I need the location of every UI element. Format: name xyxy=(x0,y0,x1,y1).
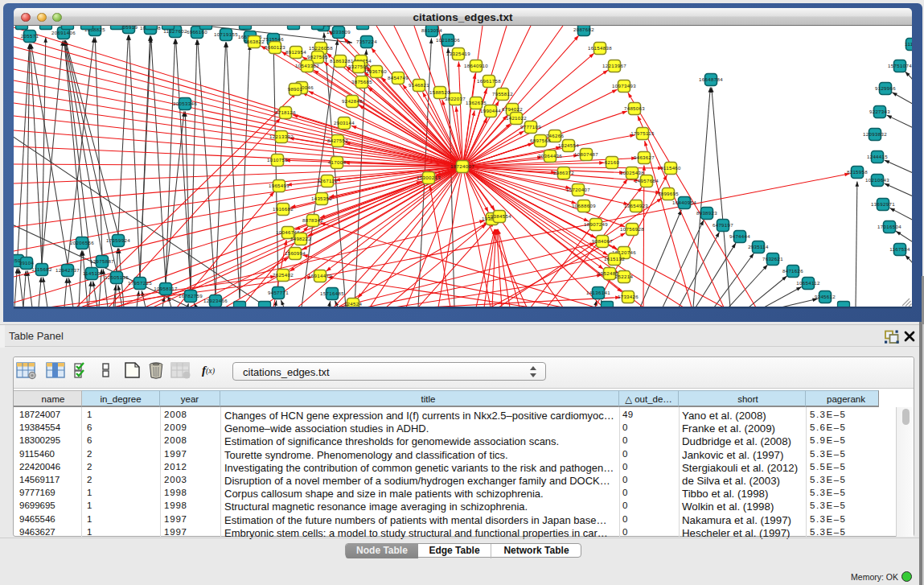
svg-text:98901: 98901 xyxy=(288,86,303,92)
svg-text:13325419: 13325419 xyxy=(446,51,470,56)
svg-text:10654112: 10654112 xyxy=(796,280,820,286)
svg-text:9457771: 9457771 xyxy=(268,290,289,295)
svg-text:15751074: 15751074 xyxy=(888,63,912,68)
svg-text:14136141: 14136141 xyxy=(586,290,610,295)
svg-text:2986372: 2986372 xyxy=(553,170,574,175)
svg-text:1916682: 1916682 xyxy=(273,206,294,212)
svg-text:10210643: 10210643 xyxy=(865,177,889,183)
svg-text:1244415: 1244415 xyxy=(867,154,888,159)
svg-text:20206556: 20206556 xyxy=(70,240,94,245)
svg-text:9474444: 9474444 xyxy=(729,233,750,239)
svg-text:15720407: 15720407 xyxy=(566,187,590,192)
svg-text:1362635: 1362635 xyxy=(466,100,487,105)
svg-text:18907249: 18907249 xyxy=(584,221,608,227)
svg-text:9129966: 9129966 xyxy=(875,85,896,91)
svg-text:8912954: 8912954 xyxy=(285,49,306,55)
svg-text:17016504: 17016504 xyxy=(877,224,901,229)
svg-text:8660123: 8660123 xyxy=(265,44,285,50)
svg-text:2936760: 2936760 xyxy=(366,68,387,74)
svg-text:17975115: 17975115 xyxy=(630,130,655,136)
svg-text:6794022: 6794022 xyxy=(502,106,523,112)
svg-text:15716485: 15716485 xyxy=(320,290,344,296)
svg-text:15300213: 15300213 xyxy=(417,175,441,180)
svg-text:1010755: 1010755 xyxy=(267,157,288,163)
svg-text:10025438: 10025438 xyxy=(620,170,644,175)
svg-text:1733426: 1733426 xyxy=(618,294,639,299)
svg-text:16154838: 16154838 xyxy=(588,45,612,51)
svg-text:9227343: 9227343 xyxy=(869,109,890,114)
svg-text:20364436: 20364436 xyxy=(538,153,562,159)
svg-text:1435350: 1435350 xyxy=(311,196,332,201)
svg-text:15226058: 15226058 xyxy=(309,45,333,51)
svg-text:9242848: 9242848 xyxy=(342,98,363,104)
svg-text:9777109: 9777109 xyxy=(520,124,541,130)
svg-text:252214: 252214 xyxy=(615,274,634,279)
svg-text:7625402: 7625402 xyxy=(273,272,294,278)
svg-text:16782759: 16782759 xyxy=(179,293,203,299)
svg-text:10218506: 10218506 xyxy=(436,37,460,43)
svg-text:16033809: 16033809 xyxy=(326,29,351,35)
svg-text:2718126: 2718126 xyxy=(275,109,296,115)
svg-text:9463627: 9463627 xyxy=(634,154,655,160)
svg-text:2087682: 2087682 xyxy=(573,27,594,32)
svg-text:62160: 62160 xyxy=(605,159,620,165)
svg-text:3267110: 3267110 xyxy=(317,178,338,183)
svg-text:11122: 11122 xyxy=(905,41,912,47)
svg-text:1560994: 1560994 xyxy=(285,250,306,256)
svg-text:8186328: 8186328 xyxy=(330,58,351,64)
svg-text:17359924: 17359924 xyxy=(106,237,130,243)
svg-text:6966160: 6966160 xyxy=(187,29,207,35)
svg-text:7663822: 7663822 xyxy=(244,39,265,44)
svg-text:1167534: 1167534 xyxy=(889,246,910,252)
svg-text:17957225: 17957225 xyxy=(128,280,152,286)
svg-text:18724007: 18724007 xyxy=(450,163,474,169)
svg-text:(x): (x) xyxy=(206,366,216,376)
svg-text:6897568: 6897568 xyxy=(530,138,551,143)
svg-text:13692971: 13692971 xyxy=(871,201,895,207)
svg-text:1421022: 1421022 xyxy=(506,115,527,121)
svg-text:114519: 114519 xyxy=(83,270,101,276)
svg-text:10958117: 10958117 xyxy=(154,286,178,291)
svg-text:12093832: 12093832 xyxy=(863,131,887,137)
svg-text:205571: 205571 xyxy=(21,33,39,39)
svg-text:13975887: 13975887 xyxy=(90,258,114,264)
svg-text:7632621: 7632621 xyxy=(762,256,783,262)
svg-text:1615132: 1615132 xyxy=(604,256,625,262)
svg-text:10543362: 10543362 xyxy=(295,63,319,68)
svg-text:3822037: 3822037 xyxy=(445,96,466,101)
svg-text:20691406: 20691406 xyxy=(51,30,76,35)
svg-text:9084067: 9084067 xyxy=(592,238,613,244)
svg-text:9115460: 9115460 xyxy=(660,165,681,171)
svg-text:12213967: 12213967 xyxy=(602,63,626,68)
svg-text:6479197: 6479197 xyxy=(713,222,733,228)
svg-text:7485063: 7485063 xyxy=(624,105,645,111)
svg-text:13654923: 13654923 xyxy=(624,203,648,208)
svg-text:1588520: 1588520 xyxy=(429,89,450,95)
svg-text:8454749: 8454749 xyxy=(388,75,409,80)
svg-text:20053346: 20053346 xyxy=(173,101,197,106)
svg-text:39104: 39104 xyxy=(19,260,35,266)
svg-text:10719155: 10719155 xyxy=(214,31,238,37)
svg-text:2903144: 2903144 xyxy=(334,120,355,126)
svg-text:18640910: 18640910 xyxy=(464,63,488,68)
svg-text:10973493: 10973493 xyxy=(612,83,636,89)
svg-text:124524: 124524 xyxy=(344,301,363,307)
svg-text:8938923: 8938923 xyxy=(696,210,717,216)
svg-text:8215958: 8215958 xyxy=(847,169,868,175)
svg-text:1965493: 1965493 xyxy=(269,183,290,188)
svg-text:16961758: 16961758 xyxy=(477,78,501,84)
svg-text:9245612: 9245612 xyxy=(815,294,836,299)
svg-text:3875685: 3875685 xyxy=(351,79,372,84)
svg-text:12923466: 12923466 xyxy=(203,298,228,303)
svg-text:1024554: 1024554 xyxy=(558,142,579,148)
svg-text:16914479: 16914479 xyxy=(308,273,332,278)
svg-text:14957684: 14957684 xyxy=(634,178,659,183)
svg-text:10688609: 10688609 xyxy=(572,203,596,208)
svg-text:417004: 417004 xyxy=(328,159,347,165)
svg-text:10756928: 10756928 xyxy=(620,226,644,232)
svg-text:10807487: 10807487 xyxy=(574,151,598,157)
svg-text:9827505: 9827505 xyxy=(307,54,328,60)
svg-text:8813054: 8813054 xyxy=(421,27,442,33)
svg-text:9146821: 9146821 xyxy=(409,82,429,88)
svg-text:1498222: 1498222 xyxy=(290,236,311,241)
